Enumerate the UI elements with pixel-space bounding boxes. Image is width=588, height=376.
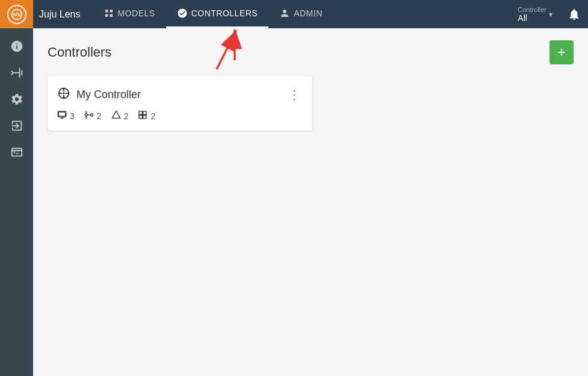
controller-dropdown[interactable]: Controller All ▾ xyxy=(510,6,560,23)
relations-icon xyxy=(84,110,94,122)
nav-tabs: MODELS CONTROLLERS ADMIN xyxy=(93,0,333,28)
stat-applications: 2 xyxy=(111,110,129,122)
add-controller-button[interactable]: + xyxy=(549,40,574,64)
layout: Controllers + xyxy=(0,28,588,376)
svg-rect-26 xyxy=(143,116,146,119)
sidebar-item-settings[interactable] xyxy=(5,87,29,111)
units-icon xyxy=(138,110,147,122)
stat-relations: 2 xyxy=(84,110,102,122)
machines-icon xyxy=(57,110,67,122)
svg-rect-23 xyxy=(139,111,142,114)
card-stats: 3 2 xyxy=(57,110,303,122)
topnav: nfu Juju Lens MODELS CONTROLLERS ADMIN xyxy=(0,0,588,28)
controller-icon xyxy=(57,87,70,103)
machines-count: 3 xyxy=(70,111,75,121)
svg-point-19 xyxy=(85,117,87,119)
page-header: Controllers + xyxy=(48,40,574,64)
notifications-button[interactable] xyxy=(560,0,588,28)
page-title: Controllers xyxy=(48,45,111,60)
svg-point-5 xyxy=(63,92,65,94)
svg-point-16 xyxy=(90,114,93,116)
svg-rect-25 xyxy=(139,116,142,119)
topnav-right: Controller All ▾ xyxy=(510,0,588,28)
card-menu-button[interactable]: ⋮ xyxy=(286,85,303,104)
tab-admin[interactable]: ADMIN xyxy=(268,0,333,28)
sidebar-item-terminal[interactable] xyxy=(5,140,29,164)
units-count: 2 xyxy=(150,111,155,121)
controller-name: My Controller xyxy=(76,88,141,101)
logo-circle: nfu xyxy=(7,5,26,24)
tab-models[interactable]: MODELS xyxy=(93,0,166,28)
svg-rect-24 xyxy=(143,111,146,114)
app-logo[interactable]: nfu xyxy=(0,0,33,28)
svg-point-18 xyxy=(85,111,87,113)
svg-text:nfu: nfu xyxy=(13,11,20,17)
sidebar-item-info[interactable] xyxy=(5,34,29,58)
sidebar-item-announcements[interactable] xyxy=(5,61,29,85)
svg-marker-22 xyxy=(112,111,120,118)
main-content: Controllers + xyxy=(33,28,588,376)
app-name: Juju Lens xyxy=(33,9,93,20)
relations-count: 2 xyxy=(97,111,102,121)
stat-machines: 3 xyxy=(57,110,75,122)
applications-count: 2 xyxy=(124,111,129,121)
svg-point-15 xyxy=(85,114,87,116)
dropdown-arrow-icon: ▾ xyxy=(549,10,552,19)
card-title-row: My Controller xyxy=(57,87,141,103)
tab-controllers[interactable]: CONTROLLERS xyxy=(166,0,269,28)
applications-icon xyxy=(111,110,121,122)
sidebar-item-logout[interactable] xyxy=(5,114,29,138)
sidebar xyxy=(0,28,33,376)
stat-units: 2 xyxy=(138,110,155,122)
controller-card: My Controller ⋮ 3 xyxy=(48,76,312,131)
svg-rect-12 xyxy=(59,112,66,116)
card-header: My Controller ⋮ xyxy=(57,85,303,104)
